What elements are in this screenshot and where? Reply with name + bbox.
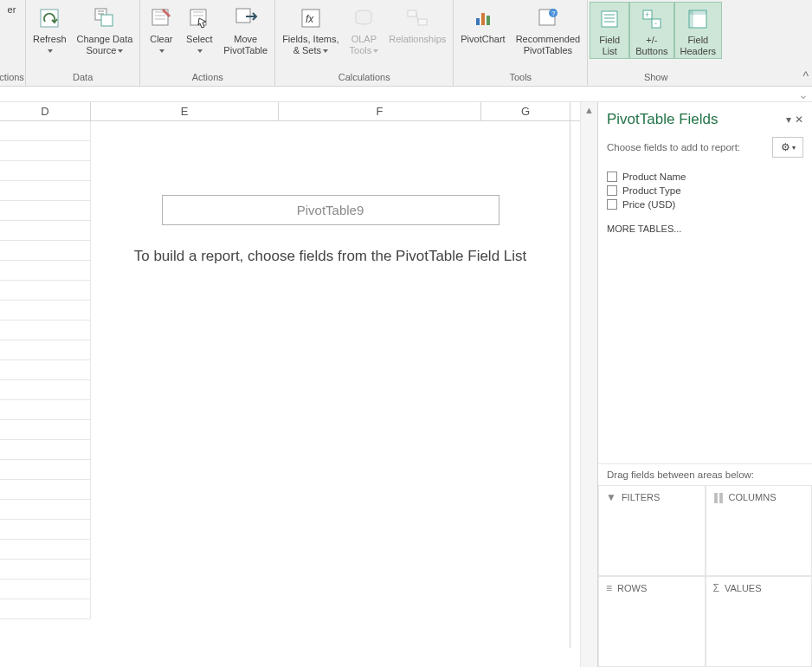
ribbon: er ctions Refresh Change Data Source Dat… <box>0 0 812 87</box>
group-actions: Clear Select Move PivotTable Actions <box>140 0 275 86</box>
chevron-down-icon <box>321 45 328 55</box>
clear-button[interactable]: Clear <box>142 2 180 57</box>
chevron-down-icon <box>371 45 378 55</box>
field-list: Product Name Product Type Price (USD) <box>598 166 812 215</box>
svg-rect-2 <box>101 15 113 26</box>
move-icon <box>232 4 260 32</box>
background-rows <box>0 121 91 619</box>
refresh-icon <box>35 4 63 32</box>
field-item[interactable]: Product Name <box>607 170 803 184</box>
svg-rect-9 <box>408 10 416 16</box>
partial-button[interactable]: er <box>3 2 21 18</box>
group-tools: PivotChart ? Recommended PivotTables Too… <box>454 0 588 86</box>
field-headers-button[interactable]: Field Headers <box>674 2 723 59</box>
drop-areas: ▼FILTERS ‖‖COLUMNS ≡ROWS ΣVALUES <box>598 485 812 667</box>
pivottable-fields-pane: PivotTable Fields ▾ ✕ Choose fields to a… <box>597 102 812 667</box>
svg-rect-24 <box>689 10 693 28</box>
chevron-down-icon: ▾ <box>792 144 796 152</box>
expand-formula-bar-icon[interactable]: ⌄ <box>798 87 809 101</box>
field-list-icon <box>596 5 623 33</box>
chevron-down-icon <box>116 45 123 55</box>
chevron-down-icon <box>196 45 203 55</box>
pane-title: PivotTable Fields <box>607 111 786 128</box>
tools-button[interactable]: ⚙ ▾ <box>772 137 803 158</box>
svg-rect-12 <box>481 13 485 25</box>
recommended-label: Recommended PivotTables <box>516 34 581 55</box>
relationships-label: Relationships <box>389 34 446 45</box>
columns-label: COLUMNS <box>729 492 777 502</box>
plus-minus-buttons-button[interactable]: +- +/- Buttons <box>629 2 673 59</box>
col-header-g[interactable]: G <box>481 102 570 120</box>
field-item[interactable]: Product Type <box>607 184 803 198</box>
chevron-down-icon <box>158 45 164 55</box>
svg-rect-13 <box>487 16 490 25</box>
col-header-d[interactable]: D <box>0 102 91 120</box>
svg-rect-17 <box>602 11 617 27</box>
chevron-down-icon <box>46 45 53 55</box>
checkbox-icon[interactable] <box>607 199 617 210</box>
move-pivottable-button[interactable]: Move PivotTable <box>218 2 273 57</box>
drag-fields-text: Drag fields between areas below: <box>598 463 812 485</box>
sigma-icon: Σ <box>713 582 719 594</box>
group-partial: er ctions <box>0 0 26 86</box>
rows-icon: ≡ <box>606 582 612 594</box>
chart-icon <box>469 4 497 32</box>
relationships-icon <box>403 4 431 32</box>
fields-items-sets-button[interactable]: fx Fields, Items, & Sets <box>277 2 344 57</box>
fields-items-sets-label: Fields, Items, & Sets <box>282 34 338 55</box>
recommended-icon: ? <box>534 4 562 32</box>
pivotchart-label: PivotChart <box>461 34 505 45</box>
select-button[interactable]: Select <box>180 2 218 57</box>
field-headers-label: Field Headers <box>680 35 717 56</box>
pane-close-icon[interactable]: ✕ <box>795 113 803 126</box>
relationships-button[interactable]: Relationships <box>383 2 451 47</box>
sheet-area: D E F G PivotTable9 To build a report, c… <box>0 102 580 667</box>
scroll-up-icon[interactable]: ▲ <box>582 102 597 118</box>
fx-icon: fx <box>297 4 325 32</box>
more-tables-link[interactable]: MORE TABLES... <box>598 215 812 243</box>
pane-dropdown-icon[interactable]: ▾ <box>786 113 791 126</box>
checkbox-icon[interactable] <box>607 172 617 182</box>
filters-label: FILTERS <box>622 492 660 502</box>
olap-tools-button[interactable]: OLAP Tools <box>345 2 384 57</box>
pivottable-instructions: To build a report, choose fields from th… <box>101 244 560 268</box>
group-data: Refresh Change Data Source Data <box>26 0 140 86</box>
show-group-label: Show <box>644 70 668 86</box>
collapse-ribbon-icon[interactable]: ^ <box>802 69 809 83</box>
data-source-icon <box>91 4 119 32</box>
pivotchart-button[interactable]: PivotChart <box>455 2 510 47</box>
checkbox-icon[interactable] <box>607 185 617 196</box>
group-show: Field List +- +/- Buttons Field Headers … <box>588 0 724 86</box>
svg-rect-0 <box>41 10 58 27</box>
col-header-e[interactable]: E <box>91 102 279 120</box>
change-data-source-button[interactable]: Change Data Source <box>72 2 139 57</box>
svg-rect-11 <box>476 18 480 25</box>
grid-body[interactable]: PivotTable9 To build a report, choose fi… <box>0 121 580 667</box>
field-item[interactable]: Price (USD) <box>607 198 803 211</box>
filter-icon: ▼ <box>606 491 616 503</box>
clear-label: Clear <box>150 34 172 44</box>
formula-bar-area: ⌄ <box>0 87 812 102</box>
field-label: Product Name <box>622 172 686 182</box>
svg-text:fx: fx <box>306 13 314 25</box>
pivottable-placeholder[interactable]: PivotTable9 To build a report, choose fi… <box>91 121 570 648</box>
vertical-scrollbar[interactable]: ▲ <box>580 102 597 667</box>
move-label: Move PivotTable <box>223 34 267 55</box>
columns-area[interactable]: ‖‖COLUMNS <box>706 485 813 576</box>
data-group-label: Data <box>73 70 93 86</box>
plus-minus-label: +/- Buttons <box>635 35 667 56</box>
partial-group-label: ctions <box>0 70 24 86</box>
field-list-label: Field List <box>599 35 620 56</box>
filters-area[interactable]: ▼FILTERS <box>598 485 706 576</box>
values-area[interactable]: ΣVALUES <box>706 576 813 667</box>
group-calculations: fx Fields, Items, & Sets OLAP Tools Rela… <box>275 0 454 86</box>
recommended-pivottables-button[interactable]: ? Recommended PivotTables <box>511 2 586 57</box>
field-label: Product Type <box>622 185 681 196</box>
col-header-f[interactable]: F <box>279 102 481 120</box>
refresh-button[interactable]: Refresh <box>28 2 72 57</box>
svg-text:+: + <box>645 10 649 19</box>
rows-area[interactable]: ≡ROWS <box>598 576 706 667</box>
field-label: Price (USD) <box>622 199 675 210</box>
field-list-button[interactable]: Field List <box>590 2 629 59</box>
plus-minus-icon: +- <box>638 5 666 33</box>
